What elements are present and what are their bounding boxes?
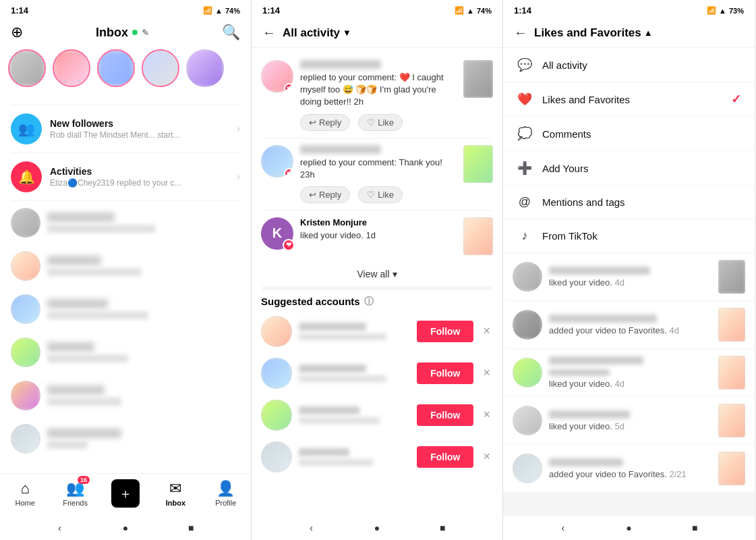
add-button[interactable]: ＋ [111,479,140,508]
back-android-2[interactable]: ‹ [305,521,318,535]
activity-item-3: K ❤ Kristen Monjure liked your video. 1d [252,211,502,262]
nav-home[interactable]: ⌂ Home [8,480,42,507]
heart-icon-2: ♡ [367,190,375,200]
home-icon: ⌂ [21,480,30,497]
home-android-2[interactable]: ● [370,521,384,535]
time-3: 1:14 [514,5,531,16]
msg-item-1[interactable] [0,201,251,244]
act-name-1 [300,60,381,69]
msg-content-2 [47,256,240,276]
inbox-icon: ✉ [169,480,181,497]
menu-likes-favorites[interactable]: ❤️ Likes and Favorites ✓ [503,82,755,117]
menu-from-tiktok[interactable]: ♪ From TikTok [503,219,755,253]
suggested-header: Suggested accounts ⓘ [252,290,502,310]
msg-item-2[interactable] [0,244,251,288]
menu-all-activity[interactable]: 💬 All activity [503,48,755,82]
recents-android-3[interactable]: ■ [688,521,701,535]
suggested-item-3: Follow × [252,394,502,436]
likes-avatar-5 [513,454,542,483]
msg-item-3[interactable] [0,288,251,331]
recents-android-1[interactable]: ■ [184,521,198,535]
menu-add-yours[interactable]: ➕ Add Yours [503,151,755,186]
story-row [0,49,251,105]
nav-add[interactable]: ＋ [109,479,142,508]
kristen-name: Kristen Monjure [300,217,457,227]
msg-item-5[interactable] [0,374,251,417]
home-android-1[interactable]: ● [119,521,132,535]
compose-icon[interactable]: ⊕ [11,24,23,41]
collapse-icon[interactable]: ▲ [644,28,653,38]
status-bar-3: 1:14 📶 ▲ 73% [503,0,755,18]
sug-name-1 [299,323,366,331]
home-android-3[interactable]: ● [622,521,635,535]
recents-android-2[interactable]: ■ [436,521,449,535]
like-btn-2[interactable]: ♡ Like [358,186,403,203]
filter-menu: 💬 All activity ❤️ Likes and Favorites ✓ … [503,48,755,253]
sug-name-2 [299,364,366,373]
follow-btn-4[interactable]: Follow [417,446,473,468]
signal-icon: 📶 [203,6,212,15]
back-android-3[interactable]: ‹ [556,521,570,535]
status-icons-2: 📶 ▲ 74% [455,6,492,15]
likes-name-2 [549,315,657,323]
likes-name-4 [549,410,630,418]
menu-comments[interactable]: 💭 Comments [503,117,755,151]
view-all-btn[interactable]: View all ▾ [252,262,502,286]
story-item-2[interactable] [53,49,90,97]
panel-inbox: 1:14 📶 ▲ 74% ⊕ Inbox ✎ 🔍 [0,0,252,540]
close-sug-4[interactable]: × [480,447,493,466]
nav-inbox[interactable]: ✉ Inbox [158,480,192,507]
sug-handle-3 [299,417,380,424]
new-followers-item[interactable]: 👥 New followers Rob diall The Mindset Me… [0,105,251,153]
status-bar-1: 1:14 📶 ▲ 74% [0,0,251,18]
follow-btn-1[interactable]: Follow [417,321,473,342]
reply-btn-1[interactable]: ↩ Reply [300,114,350,131]
online-indicator [132,30,138,35]
story-item-3[interactable] [97,49,135,97]
activity-item-1: ❤ replied to your comment: ❤️ I caught m… [252,53,502,138]
activities-chevron: › [237,171,240,183]
activities-item[interactable]: 🔔 Activities Eliza🔵Chey2319 replied to y… [0,153,251,200]
reply-btn-2[interactable]: ↩ Reply [300,186,350,203]
follow-btn-3[interactable]: Follow [417,404,473,426]
likes-avatar-1 [513,262,542,292]
story-item-1[interactable] [8,49,46,97]
likes-item-5: added your video to Favorites. 2/21 [503,445,755,492]
follow-btn-2[interactable]: Follow [417,362,473,384]
story-item-4[interactable] [142,49,179,97]
kristen-badge: ❤ [283,239,295,251]
wifi-icon-2: ▲ [467,7,474,15]
new-followers-label: New followers [50,118,229,129]
search-icon[interactable]: 🔍 [222,24,240,41]
msg-avatar-1 [11,208,40,238]
close-sug-2[interactable]: × [480,363,493,383]
sug-info-1 [299,323,410,340]
likes-text-5: added your video to Favorites. 2/21 [549,469,711,479]
activities-content: Activities Eliza🔵Chey2319 replied to you… [50,166,229,188]
likes-label: Likes and Favorites [542,94,722,105]
likes-content-2: added your video to Favorites. 4d [549,315,711,335]
nav-profile[interactable]: 👤 Profile [209,480,243,507]
back-android-1[interactable]: ‹ [53,521,67,535]
time-1: 1:14 [11,5,28,16]
suggested-item-2: Follow × [252,352,502,394]
back-btn-3[interactable]: ← [514,25,527,40]
back-btn-2[interactable]: ← [262,25,276,40]
sug-name-4 [299,448,349,456]
close-sug-1[interactable]: × [480,321,493,341]
msg-item-4[interactable] [0,331,251,374]
activity-title: All activity ▼ [283,26,351,40]
android-nav-3: ‹ ● ■ [503,516,755,540]
menu-mentions[interactable]: @ Mentions and tags [503,186,755,219]
new-followers-icon: 👥 [11,113,42,144]
suggested-item-4: Follow × [252,436,502,478]
story-item-5[interactable] [186,49,224,97]
android-nav-2: ‹ ● ■ [252,516,502,540]
nav-friends[interactable]: 👥 16 Friends [59,480,92,507]
msg-item-6[interactable] [0,417,251,460]
dropdown-icon[interactable]: ▼ [343,28,351,38]
close-sug-3[interactable]: × [480,405,493,425]
comments-icon: 💭 [517,126,533,141]
status-icons-1: 📶 ▲ 74% [203,6,240,15]
like-btn-1[interactable]: ♡ Like [358,114,403,131]
